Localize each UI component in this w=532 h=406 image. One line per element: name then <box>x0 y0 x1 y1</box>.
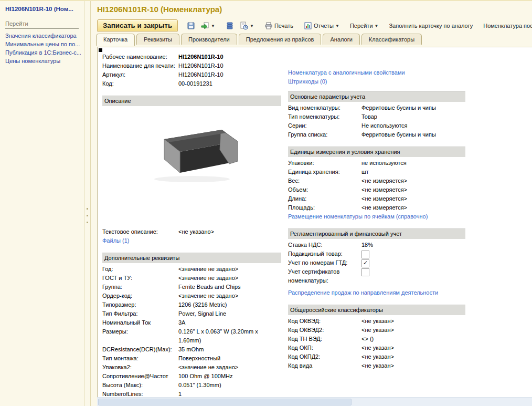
header-link[interactable]: Штрихкоды (0) <box>288 77 465 86</box>
tab[interactable]: Аналоги <box>323 34 359 45</box>
chevron-down-icon: ▼ <box>211 24 215 28</box>
section-header-regulated: Регламентированный и финансовый учет <box>288 228 465 239</box>
field-label: Рабочее наименование: <box>102 53 178 61</box>
field-label: Код вида <box>288 361 361 370</box>
field-row: Группа списка: Ферритовые бусины и чипы <box>288 130 465 139</box>
field-row: Площадь: <не измеряется> <box>288 203 465 212</box>
field-row: Код ОКВЭД2: <не указан> <box>288 326 465 335</box>
field-row: Ордер-код: <значение не задано> <box>102 292 281 300</box>
field-value: <не измеряется> <box>361 185 465 194</box>
checkbox[interactable]: ✓ <box>361 268 369 276</box>
field-value: HI1206N101R-10 <box>178 61 281 70</box>
field-row: Высота (Макс): 0.051″ (1.30mm) <box>102 381 281 390</box>
field-row: Тип Фильтра: Power, Signal Line <box>102 309 281 318</box>
field-value: 1 <box>178 390 281 398</box>
field-label: Подакцизный товар: <box>288 249 361 258</box>
field-value: 0.126″ L x 0.063″ W (3.20mm x 1.60mm) <box>178 327 281 345</box>
additional-rows: Год: <значение не задано> ГОСТ и ТУ: <зн… <box>102 265 281 398</box>
tab[interactable]: Предложения из прайсов <box>239 34 322 45</box>
field-row: Размеры: 0.126″ L x 0.063″ W (3.20mm x 1… <box>102 327 281 345</box>
files-link[interactable]: Файлы (1) <box>102 236 281 245</box>
print-button[interactable]: Печать <box>263 20 295 31</box>
field-value: <не указано> <box>178 227 281 236</box>
sidebar-window-title: HI1206N101R-10 (Ном... <box>5 6 81 12</box>
chevron-down-icon: ▼ <box>250 24 254 28</box>
tab[interactable]: Карточка <box>96 34 135 46</box>
sidebar-item[interactable]: Минимальные цены по по... <box>5 40 81 48</box>
field-label: ГОСТ и ТУ: <box>102 274 178 283</box>
field-label: Сопротивление@Частот <box>102 372 178 381</box>
field-label: Типоразмер: <box>102 300 178 309</box>
field-row: Упаковка2: <значение не задано> <box>102 363 281 372</box>
field-value: <не измеряется> <box>361 194 465 203</box>
list-icon <box>226 22 234 30</box>
field-value: 35 mOhm <box>178 345 281 354</box>
tab[interactable]: Реквизиты <box>136 34 179 45</box>
field-row: Код ОКП: <не указан> <box>288 343 465 352</box>
field-row: Код ОКПД2: <не указан> <box>288 352 465 361</box>
field-row: ГОСТ и ТУ: <значение не задано> <box>102 274 281 283</box>
tab[interactable]: Производители <box>181 34 237 45</box>
goto-menu-button[interactable]: Перейти▼ <box>348 22 380 30</box>
field-value: 00-00191231 <box>178 79 281 88</box>
scrollbar-thumb[interactable] <box>98 399 352 405</box>
sidebar-splitter[interactable] <box>85 1 91 406</box>
field-label: Учет сертификатов номенклатуры: <box>288 267 361 285</box>
field-row: Типоразмер: 1206 (3216 Metric) <box>102 300 281 309</box>
header-link[interactable]: Номенклатура с аналогичными свойствами <box>288 68 465 77</box>
history-button[interactable]: ▼ <box>238 20 256 31</box>
field-value: <не указан> <box>361 343 465 352</box>
field-label: Текстовое описание: <box>102 227 178 236</box>
sidebar-item[interactable]: Публикация в 1С:Бизнес-с... <box>5 48 81 57</box>
structure-button[interactable] <box>224 20 236 31</box>
field-row: DCResistance(DCR)(Max): 35 mOhm <box>102 345 281 354</box>
field-row: Упаковки: не используются <box>288 159 465 168</box>
sales-distribution-link[interactable]: Распределение продаж по направлениям дея… <box>288 288 465 297</box>
field-value: Ferrite Beads and Chips <box>178 283 281 292</box>
tab[interactable]: Классификаторы <box>361 34 422 45</box>
fill-by-analog-button[interactable]: Заполнить карточку по аналогу <box>387 22 474 30</box>
field-label: Площадь: <box>288 203 361 212</box>
card-left-column: Рабочее наименование: HI1206N101R-10 Наи… <box>102 53 281 398</box>
main-params-rows: Вид номенклатуры: Ферритовые бусины и чи… <box>288 103 465 139</box>
page-title: HI1206N101R-10 (Номенклатура) <box>91 1 532 18</box>
save-and-close-button[interactable]: Записать и закрыть <box>97 19 178 32</box>
field-value: HI1206N101R-10 <box>178 53 281 61</box>
sidebar-item[interactable]: Цены номенклатуры <box>5 57 81 65</box>
smd-ferrite-bead-image <box>137 122 247 191</box>
horizontal-scrollbar[interactable] <box>97 397 532 406</box>
sidebar: HI1206N101R-10 (Ном... Перейти Значения … <box>0 1 84 406</box>
field-label: Группа: <box>102 283 178 292</box>
field-label: Наименование для печати: <box>102 61 178 70</box>
cells-placement-link[interactable]: Размещение номенклатуры по ячейкам (спра… <box>288 212 465 221</box>
field-label: Группа списка: <box>288 130 361 139</box>
field-row: Наименование для печати: HI1206N101R-10 <box>102 61 281 70</box>
checkbox[interactable]: ✓ <box>361 251 369 258</box>
field-label: Код ТН ВЭД: <box>288 335 361 343</box>
reread-button[interactable]: ▼ <box>199 20 217 31</box>
field-row: Ставка НДС: 18% ✓ <box>288 241 465 249</box>
field-label: DCResistance(DCR)(Max): <box>102 345 178 354</box>
field-value: <значение не задано> <box>178 292 281 300</box>
section-header-units: Единицы измерения и условия хранения <box>288 147 465 157</box>
field-label: Ордер-код: <box>102 292 178 300</box>
field-label: Код ОКВЭД: <box>288 317 361 326</box>
sidebar-item[interactable]: Значения классификатора <box>5 32 81 40</box>
field-label: Учет по номерам ГТД: <box>288 258 361 267</box>
field-label: Артикул: <box>102 70 178 79</box>
field-value: <не измеряется> <box>361 203 465 212</box>
check-icon: ✓ <box>363 259 368 266</box>
field-row: Единица хранения: шт <box>288 168 465 176</box>
card-right-column: Номенклатура с аналогичными свойствамиШт… <box>288 53 465 398</box>
checkbox[interactable]: ✓ <box>361 259 369 267</box>
reports-icon <box>304 22 312 30</box>
sidebar-nav-header: Перейти <box>5 20 79 29</box>
field-label: Высота (Макс): <box>102 381 178 390</box>
field-label: Размеры: <box>102 327 178 345</box>
regulated-rows: Ставка НДС: 18% ✓ Подакцизный товар: ✓ У… <box>288 241 465 285</box>
save-button[interactable] <box>185 20 197 31</box>
reports-button[interactable]: Отчеты▼ <box>302 20 341 31</box>
field-row: Объем: <не измеряется> <box>288 185 465 194</box>
field-row: Код вида <не указан> <box>288 361 465 370</box>
supplier-nomenclature-button[interactable]: Номенклатура поставщиков <box>482 22 532 30</box>
